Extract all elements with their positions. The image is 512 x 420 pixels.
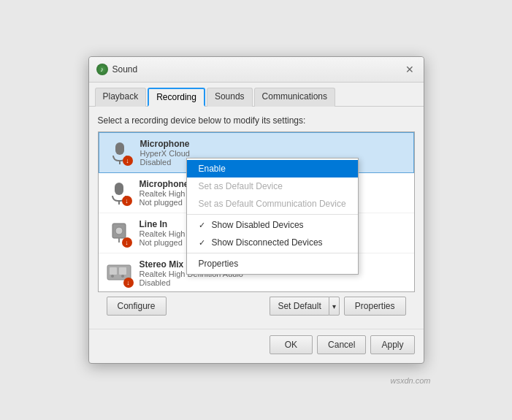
instruction-label: Select a recording device below to modif… [98, 115, 415, 126]
separator-1 [187, 214, 358, 215]
device-sub2-stereo: Disabled [140, 278, 407, 287]
context-menu: Enable Set as Default Device Set as Defa… [186, 158, 359, 275]
cancel-button[interactable]: Cancel [317, 335, 366, 354]
tab-bar: Playback Recording Sounds Communications [89, 83, 424, 107]
disabled-badge-3: ↓ [122, 237, 132, 248]
svg-point-1 [115, 227, 123, 234]
device-name-hyperx: Microphone [140, 139, 406, 149]
context-set-default[interactable]: Set as Default Device [187, 177, 358, 195]
device-list[interactable]: ↓ Microphone HyperX Cloud Disabled ↓ [98, 131, 415, 292]
svg-rect-4 [110, 267, 117, 275]
window-title: Sound [112, 64, 138, 75]
apply-button[interactable]: Apply [370, 335, 414, 354]
disabled-badge: ↓ [123, 156, 133, 166]
title-bar: ♪ Sound ✕ [89, 57, 424, 83]
properties-button[interactable]: Properties [344, 297, 406, 316]
tab-communications[interactable]: Communications [254, 88, 335, 107]
svg-point-7 [121, 275, 124, 278]
sound-dialog: ♪ Sound ✕ Playback Recording Sounds Comm… [88, 56, 424, 364]
bottom-buttons: Configure Set Default ▾ Properties [98, 292, 415, 320]
check-disabled: ✓ [199, 221, 207, 230]
context-enable[interactable]: Enable [187, 160, 358, 177]
tab-recording[interactable]: Recording [148, 88, 205, 107]
set-default-arrow[interactable]: ▾ [329, 297, 340, 316]
context-show-disabled-label: Show Disabled Devices [212, 220, 304, 230]
check-disconnected: ✓ [199, 238, 207, 248]
context-set-default-comm[interactable]: Set as Default Communication Device [187, 195, 358, 213]
set-default-group: Set Default ▾ [270, 297, 339, 316]
device-icon-hyperx: ↓ [107, 140, 133, 166]
svg-point-6 [111, 275, 114, 278]
disabled-badge-2: ↓ [122, 196, 132, 206]
watermark: wsxdn.com [390, 376, 430, 385]
set-default-button[interactable]: Set Default [270, 297, 328, 316]
context-show-disconnected-label: Show Disconnected Devices [212, 237, 323, 248]
device-icon-stereo: ↓ [106, 260, 132, 286]
svg-rect-5 [119, 267, 126, 275]
tab-playback[interactable]: Playback [95, 88, 147, 107]
context-properties[interactable]: Properties [187, 255, 358, 272]
ok-button[interactable]: OK [270, 335, 313, 354]
device-icon-realtek-mic: ↓ [106, 180, 132, 206]
sound-icon: ♪ [96, 64, 108, 75]
tab-sounds[interactable]: Sounds [207, 88, 253, 107]
separator-2 [187, 253, 358, 253]
close-button[interactable]: ✕ [403, 63, 416, 76]
device-sub1-hyperx: HyperX Cloud [140, 149, 406, 158]
dialog-content: Select a recording device below to modif… [89, 107, 424, 329]
dialog-buttons: OK Cancel Apply [89, 329, 424, 363]
device-icon-linein: ↓ [106, 220, 132, 246]
title-bar-left: ♪ Sound [96, 64, 138, 75]
disabled-badge-4: ↓ [123, 278, 134, 288]
context-show-disabled[interactable]: ✓ Show Disabled Devices [187, 216, 358, 234]
context-show-disconnected[interactable]: ✓ Show Disconnected Devices [187, 234, 358, 251]
configure-button[interactable]: Configure [107, 297, 167, 316]
